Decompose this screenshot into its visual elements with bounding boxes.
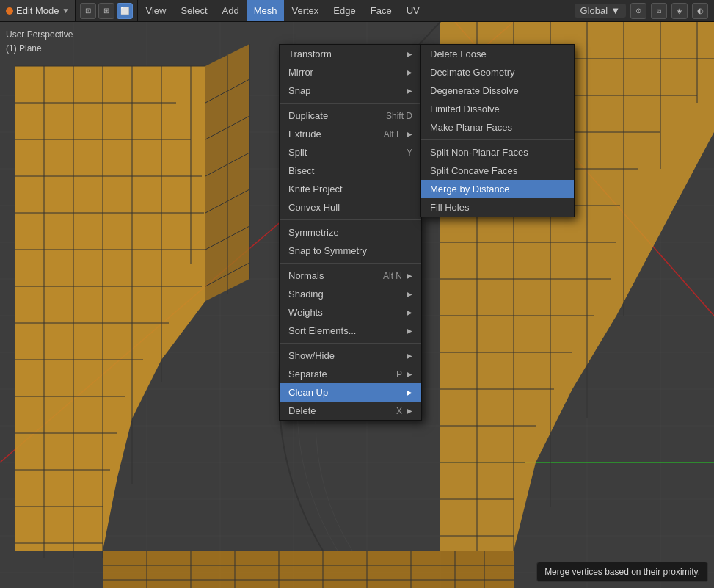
mesh-menu-transform-arrow: ▶ bbox=[407, 50, 412, 58]
icon-buttons-group: ⊡ ⊞ ⬜ bbox=[76, 0, 138, 21]
mesh-menu-delete[interactable]: Delete X ▶ bbox=[280, 402, 421, 420]
cleanup-fill-holes-label: Fill Holes bbox=[430, 202, 469, 213]
mesh-menu-duplicate-shortcut: Shift D bbox=[386, 111, 412, 121]
mesh-menu-symmetrize[interactable]: Symmetrize bbox=[280, 223, 421, 242]
tooltip: Merge vertices based on their proximity. bbox=[536, 562, 708, 582]
overlay-btn[interactable]: ◈ bbox=[671, 3, 688, 19]
transform-space-label: Global bbox=[580, 5, 608, 16]
cleanup-limited-dissolve[interactable]: Limited Dissolve bbox=[421, 100, 574, 118]
proportional-edit-btn[interactable]: ⊙ bbox=[630, 3, 646, 19]
cleanup-limited-dissolve-label: Limited Dissolve bbox=[430, 104, 500, 115]
separator-2 bbox=[280, 219, 421, 220]
mesh-menu-split-shortcut: Y bbox=[407, 148, 412, 158]
icon-btn-2[interactable]: ⊞ bbox=[98, 3, 114, 19]
mesh-menu-separate[interactable]: Separate P ▶ bbox=[280, 365, 421, 383]
mesh-menu-snap-arrow: ▶ bbox=[407, 87, 412, 95]
cleanup-decimate-geometry[interactable]: Decimate Geometry bbox=[421, 63, 574, 81]
mesh-menu-show-hide-label: Show/Hide bbox=[288, 350, 335, 361]
cleanup-merge-by-distance[interactable]: Merge by Distance bbox=[421, 180, 574, 198]
cleanup-split-concave[interactable]: Split Concave Faces bbox=[421, 161, 574, 180]
cleanup-decimate-geometry-label: Decimate Geometry bbox=[430, 67, 515, 78]
menu-add[interactable]: Add bbox=[215, 0, 247, 21]
mesh-menu-delete-label: Delete bbox=[288, 405, 316, 416]
cleanup-delete-loose[interactable]: Delete Loose bbox=[421, 45, 574, 63]
xray-btn[interactable]: ◐ bbox=[692, 3, 708, 19]
menu-face[interactable]: Face bbox=[363, 0, 399, 21]
mesh-menu-duplicate-label: Duplicate bbox=[288, 110, 328, 121]
mesh-menu-split[interactable]: Split Y bbox=[280, 143, 421, 161]
mode-label: Edit Mode bbox=[16, 5, 59, 16]
mesh-menu-snap-label: Snap bbox=[288, 85, 310, 96]
viewport-label-object: (1) Plane bbox=[6, 42, 73, 56]
separator-3 bbox=[280, 263, 421, 264]
mesh-menu-separate-arrow: ▶ bbox=[407, 370, 412, 378]
svg-marker-79 bbox=[103, 551, 514, 588]
mesh-menu-shading-arrow: ▶ bbox=[407, 290, 412, 298]
snap-btn[interactable]: ⧇ bbox=[651, 3, 667, 19]
mesh-dropdown: Transform ▶ Mirror ▶ Snap ▶ Duplicate Sh… bbox=[279, 44, 422, 421]
mode-arrow: ▼ bbox=[62, 7, 70, 15]
mesh-menu-transform[interactable]: Transform ▶ bbox=[280, 45, 421, 63]
mesh-menu-extrude-label: Extrude bbox=[288, 128, 321, 139]
mesh-menu-snap[interactable]: Snap ▶ bbox=[280, 81, 421, 100]
menu-mesh[interactable]: Mesh bbox=[247, 0, 285, 21]
mesh-menu-normals[interactable]: Normals Alt N ▶ bbox=[280, 266, 421, 285]
mesh-menu-weights[interactable]: Weights ▶ bbox=[280, 303, 421, 322]
mesh-menu-normals-shortcut: Alt N bbox=[383, 271, 402, 281]
icon-btn-1[interactable]: ⊡ bbox=[80, 3, 96, 19]
mesh-menu-weights-label: Weights bbox=[288, 307, 323, 318]
cleanup-degenerate-dissolve[interactable]: Degenerate Dissolve bbox=[421, 81, 574, 100]
separator-4 bbox=[280, 343, 421, 344]
mesh-menu-snap-symmetry[interactable]: Snap to Symmetry bbox=[280, 242, 421, 260]
viewport-label-perspective: User Perspective bbox=[6, 28, 73, 42]
cleanup-make-planar-faces[interactable]: Make Planar Faces bbox=[421, 118, 574, 137]
cleanup-split-concave-label: Split Concave Faces bbox=[430, 165, 517, 176]
cleanup-degenerate-dissolve-label: Degenerate Dissolve bbox=[430, 85, 519, 96]
viewport[interactable]: User Perspective (1) Plane Transform ▶ M… bbox=[0, 22, 714, 588]
menu-vertex[interactable]: Vertex bbox=[284, 0, 326, 21]
mesh-menu-normals-label: Normals bbox=[288, 270, 324, 281]
cleanup-separator-1 bbox=[421, 139, 574, 140]
cleanup-split-non-planar[interactable]: Split Non-Planar Faces bbox=[421, 143, 574, 161]
tooltip-text: Merge vertices based on their proximity. bbox=[544, 567, 700, 577]
mesh-menu-knife-project[interactable]: Knife Project bbox=[280, 180, 421, 198]
mesh-menu-sort-elements[interactable]: Sort Elements... ▶ bbox=[280, 322, 421, 340]
viewport-label: User Perspective (1) Plane bbox=[6, 28, 73, 56]
mesh-menu-transform-label: Transform bbox=[288, 48, 332, 59]
mesh-menu-mirror[interactable]: Mirror ▶ bbox=[280, 63, 421, 81]
mesh-menu-convex-hull[interactable]: Convex Hull bbox=[280, 198, 421, 217]
mesh-menu-separate-label: Separate bbox=[288, 369, 327, 380]
mesh-menu-cleanup-arrow: ▶ bbox=[407, 388, 412, 396]
mesh-menu-extrude-shortcut: Alt E bbox=[384, 129, 402, 139]
mesh-menu-sort-elements-arrow: ▶ bbox=[407, 327, 412, 335]
menu-edge[interactable]: Edge bbox=[326, 0, 363, 21]
mesh-menu-show-hide[interactable]: Show/Hide ▶ bbox=[280, 346, 421, 365]
mesh-menu-shading[interactable]: Shading ▶ bbox=[280, 285, 421, 303]
top-bar: Edit Mode ▼ ⊡ ⊞ ⬜ View Select Add Mesh V… bbox=[0, 0, 714, 22]
right-controls: Global ▼ ⊙ ⧇ ◈ ◐ bbox=[569, 0, 714, 21]
transform-space-arrow: ▼ bbox=[611, 5, 620, 16]
mode-selector[interactable]: Edit Mode ▼ bbox=[0, 0, 76, 21]
mesh-menu-symmetrize-label: Symmetrize bbox=[288, 227, 339, 238]
menu-select[interactable]: Select bbox=[173, 0, 214, 21]
cleanup-delete-loose-label: Delete Loose bbox=[430, 48, 487, 59]
mesh-menu-extrude[interactable]: Extrude Alt E ▶ bbox=[280, 125, 421, 143]
mesh-menu-delete-shortcut: X bbox=[396, 406, 402, 416]
mesh-menu-mirror-label: Mirror bbox=[288, 67, 313, 78]
menu-bar: View Select Add Mesh Vertex Edge Face UV bbox=[138, 0, 426, 21]
cleanup-submenu: Delete Loose Decimate Geometry Degenerat… bbox=[420, 44, 575, 217]
icon-btn-3[interactable]: ⬜ bbox=[117, 3, 133, 19]
mesh-menu-duplicate[interactable]: Duplicate Shift D bbox=[280, 106, 421, 125]
cleanup-split-non-planar-label: Split Non-Planar Faces bbox=[430, 147, 528, 158]
mesh-menu-cleanup[interactable]: Clean Up ▶ bbox=[280, 383, 421, 402]
menu-uv[interactable]: UV bbox=[399, 0, 427, 21]
mesh-menu-convex-hull-label: Convex Hull bbox=[288, 202, 340, 213]
mesh-menu-delete-arrow: ▶ bbox=[407, 407, 412, 415]
menu-view[interactable]: View bbox=[138, 0, 173, 21]
cleanup-fill-holes[interactable]: Fill Holes bbox=[421, 198, 574, 217]
mesh-menu-cleanup-label: Clean Up bbox=[288, 387, 328, 398]
mesh-menu-separate-shortcut: P bbox=[396, 369, 402, 380]
transform-space-selector[interactable]: Global ▼ bbox=[575, 4, 626, 18]
mesh-menu-extrude-arrow: ▶ bbox=[407, 130, 412, 138]
mesh-menu-bisect[interactable]: Bisect bbox=[280, 161, 421, 180]
